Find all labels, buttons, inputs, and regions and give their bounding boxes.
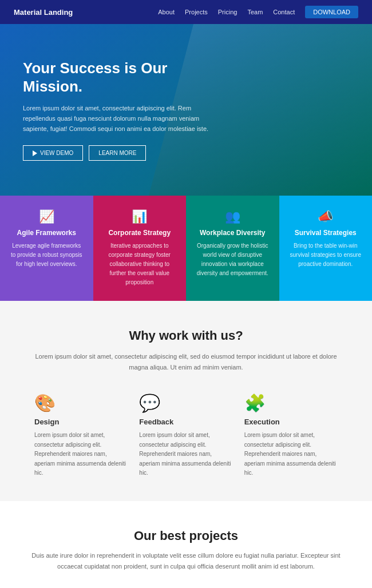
design-description: Lorem ipsum dolor sit amet, consectetur … [34,431,128,478]
why-card-feedback: 💬 Feedback Lorem ipsum dolor sit amet, c… [139,393,232,478]
view-demo-label: VIEW DEMO [40,150,73,156]
diversity-title: Workplace Diversity [196,229,269,237]
projects-title: Our best projects [23,529,349,543]
why-subtitle: Lorem ipsum dolor sit amet, consectetur … [34,351,338,372]
agile-description: Leverage agile frameworks to provide a r… [10,241,83,269]
survival-title: Survival Strategies [290,229,362,237]
hero-title: Your Success is Our Mission. [23,59,217,96]
play-icon [33,150,37,156]
why-title: Why work with us? [34,328,338,343]
feature-corporate: 📊 Corporate Strategy Iterative approache… [93,196,187,301]
hero-section: Your Success is Our Mission. Lorem ipsum… [0,24,372,196]
navbar: Material Landing About Projects Pricing … [0,0,372,24]
feature-survival: 📣 Survival Strategies Bring to the table… [279,196,373,301]
why-card-design: 🎨 Design Lorem ipsum dolor sit amet, con… [34,393,128,478]
nav-links: About Projects Pricing Team Contact DOWN… [158,6,358,18]
download-button[interactable]: DOWNLOAD [305,6,358,18]
survival-icon: 📣 [290,209,362,224]
design-title: Design [34,418,128,426]
diversity-icon: 👥 [196,209,269,224]
nav-link-projects[interactable]: Projects [185,9,208,15]
learn-more-button[interactable]: LEARN MORE [89,145,146,161]
nav-link-team[interactable]: Team [247,9,263,15]
hero-buttons: VIEW DEMO LEARN MORE [23,145,217,161]
execution-icon: 🧩 [244,393,338,413]
feedback-title: Feedback [139,418,232,426]
why-cards: 🎨 Design Lorem ipsum dolor sit amet, con… [34,393,338,478]
projects-subtitle: Duis aute irure dolor in reprehenderit i… [31,550,341,571]
feedback-description: Lorem ipsum dolor sit amet, consectetur … [139,431,232,478]
projects-header: Our best projects Duis aute irure dolor … [23,529,349,571]
agile-title: Agile Frameworks [10,229,83,237]
why-section: Why work with us? Lorem ipsum dolor sit … [0,301,372,501]
nav-link-pricing[interactable]: Pricing [218,9,238,15]
design-icon: 🎨 [34,393,128,413]
nav-link-contact[interactable]: Contact [273,9,295,15]
hero-description: Lorem ipsum dolor sit amet, consectetur … [23,103,217,134]
hero-content: Your Success is Our Mission. Lorem ipsum… [0,59,240,161]
view-demo-button[interactable]: VIEW DEMO [23,145,83,161]
nav-link-about[interactable]: About [158,9,175,15]
corporate-icon: 📊 [104,209,176,224]
corporate-description: Iterative approaches to corporate strate… [104,241,176,287]
execution-title: Execution [244,418,338,426]
survival-description: Bring to the table win-win survival stra… [290,241,362,269]
projects-section: Our best projects Duis aute irure dolor … [0,501,372,588]
corporate-title: Corporate Strategy [104,229,176,237]
feature-agile: 📈 Agile Frameworks Leverage agile framew… [0,196,93,301]
agile-icon: 📈 [10,209,83,224]
features-strip: 📈 Agile Frameworks Leverage agile framew… [0,196,372,301]
nav-brand: Material Landing [14,8,73,17]
why-card-execution: 🧩 Execution Lorem ipsum dolor sit amet, … [244,393,338,478]
feature-diversity: 👥 Workplace Diversity Organically grow t… [186,196,279,301]
feedback-icon: 💬 [139,393,232,413]
execution-description: Lorem ipsum dolor sit amet, consectetur … [244,431,338,478]
diversity-description: Organically grow the holistic world view… [196,241,269,278]
